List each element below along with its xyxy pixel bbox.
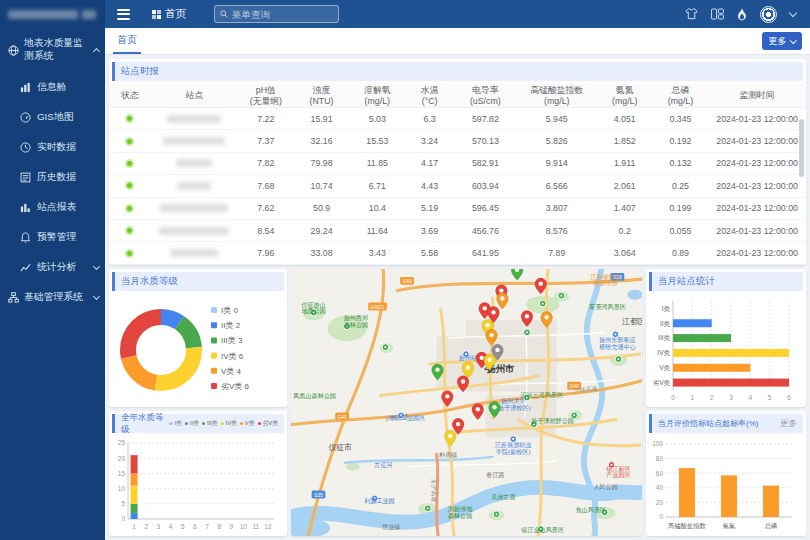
table-scrollbar[interactable]	[799, 119, 804, 177]
table-row[interactable]: 7.6810.746.714.43603.946.5662.0610.25202…	[109, 175, 806, 197]
map-poi-label: 焦山风景区	[576, 506, 606, 514]
svg-text:5: 5	[121, 500, 125, 507]
table-row[interactable]: 8.5429.2411.643.69456.768.5760.20.055202…	[109, 220, 806, 242]
vbar-总磷[interactable]	[763, 486, 779, 517]
stacked-bar-chart[interactable]: 0510152025123456789101112	[109, 436, 279, 532]
section-title-text: 站点时报	[121, 65, 159, 78]
sidebar-item-4[interactable]: 历史数据	[0, 162, 105, 192]
sidebar-item-3[interactable]: 实时数据	[0, 132, 105, 162]
section-title-text: 当月水质等级	[121, 275, 178, 288]
map-poi-label: 扬州西郊森林公园	[344, 314, 368, 328]
legend-dot	[202, 422, 206, 426]
legend-label[interactable]: II类 2	[221, 321, 241, 330]
vbar-chart[interactable]: 020406080100高锰酸盐指数氨氮总磷	[646, 436, 798, 532]
table-cell: 0.345	[653, 114, 709, 124]
sidebar-item-1[interactable]: 信息舱	[0, 72, 105, 102]
map-poi-label: 仪征捺山地质公园	[301, 301, 325, 315]
svg-text:IV类: IV类	[657, 349, 670, 356]
table-cell: 15.91	[294, 114, 350, 124]
map-poi-label: 古运河	[374, 461, 392, 469]
stacked-segment-V类[interactable]	[131, 473, 138, 485]
svg-text:10: 10	[118, 485, 126, 492]
legend-swatch[interactable]	[211, 337, 217, 343]
flame-icon[interactable]	[737, 8, 747, 21]
legend-label[interactable]: 劣V类 6	[221, 382, 250, 391]
sidebar-section-water[interactable]: 地表水质量监测系统	[0, 28, 105, 72]
table-row[interactable]: 7.3732.1615.533.24570.135.8261.8520.1922…	[109, 130, 806, 152]
legend-label[interactable]: I类 0	[221, 306, 238, 315]
svg-text:20: 20	[118, 455, 126, 462]
user-menu-chevron-icon[interactable]	[789, 8, 797, 16]
stacked-segment-IV类[interactable]	[131, 486, 138, 504]
legend-swatch[interactable]	[211, 368, 217, 374]
hbar-III类[interactable]	[673, 334, 731, 342]
table-cell: 2024-01-23 12:00:00	[708, 248, 806, 258]
column-name: 溶解氧	[349, 85, 405, 95]
map-poi-label: 扬州站	[459, 354, 477, 362]
station-name-cell	[151, 159, 238, 167]
table-row[interactable]: 7.9633.083.435.58641.957.893.0640.892024…	[109, 242, 806, 264]
vbar-氨氮[interactable]	[721, 475, 737, 517]
hbar-IV类[interactable]	[673, 349, 789, 357]
legend-label[interactable]: IV类 6	[221, 352, 244, 361]
stacked-segment-II类[interactable]	[131, 513, 138, 519]
menu-search[interactable]	[214, 5, 339, 23]
section-title-monthly-grade: 当月水质等级	[112, 272, 284, 291]
station-map[interactable]: G40G40G4011S49S35S28沪陕高速京沪高速沪陕高速扬州西郊森林公园…	[291, 269, 642, 536]
sidebar-item-6[interactable]: 预警管理	[0, 222, 105, 252]
table-cell: 8.576	[517, 226, 597, 236]
hbar-II类[interactable]	[673, 319, 712, 327]
table-cell: 1.911	[597, 158, 653, 168]
section-title-annual-grade: 全年水质等级 I类II类III类IV类V类劣V类	[112, 414, 284, 433]
map-poi-label: 茱萸湾风景区	[589, 303, 626, 311]
monthly-grade-donut-card: 当月水质等级 I类 0II类 2III类 3IV类 6V类 4劣V类 6	[109, 269, 287, 407]
status-online-dot	[125, 249, 134, 258]
donut-chart[interactable]: I类 0II类 2III类 3IV类 6V类 4劣V类 6	[109, 294, 279, 404]
legend-item[interactable]: 劣V类	[258, 419, 278, 428]
hbar-chart[interactable]: 0123456I类II类III类IV类V类劣V类	[646, 294, 798, 404]
vbar-高锰酸盐指数[interactable]	[679, 468, 695, 517]
legend-swatch[interactable]	[211, 383, 217, 389]
legend-item[interactable]: II类	[185, 419, 199, 428]
legend-label[interactable]: III类 3	[221, 336, 243, 345]
table-row[interactable]: 7.2215.915.036.3597.825.9454.0510.345202…	[109, 108, 806, 130]
hbar-劣V类[interactable]	[673, 379, 789, 387]
more-button[interactable]: 更多	[762, 32, 803, 50]
legend-item[interactable]: IV类	[221, 419, 237, 428]
legend-swatch[interactable]	[211, 353, 217, 359]
road-label: 京沪高速	[430, 478, 438, 503]
search-input[interactable]	[232, 9, 333, 20]
legend-swatch[interactable]	[211, 307, 217, 313]
hbar-V类[interactable]	[673, 364, 750, 372]
user-avatar[interactable]	[760, 6, 777, 23]
status-cell	[109, 181, 151, 190]
sidebar-item-2[interactable]: GIS地图	[0, 102, 105, 132]
section-title-text: 当月评价指标站点超标率(%)	[658, 418, 758, 429]
breadcrumb[interactable]: 首页	[152, 7, 186, 21]
sidebar-section-base[interactable]: 基础管理系统	[0, 282, 105, 313]
table-row[interactable]: 7.8279.9811.854.17582.919.9141.9110.1322…	[109, 153, 806, 175]
legend-item[interactable]: I类	[169, 419, 181, 428]
svg-text:5: 5	[768, 394, 772, 401]
column-name: 电导率	[454, 85, 517, 95]
sidebar-toggle-icon[interactable]	[117, 9, 130, 20]
legend-swatch[interactable]	[211, 322, 217, 328]
table-row[interactable]: 7.6250.910.45.19596.453.8071.4070.199202…	[109, 198, 806, 220]
tab-home[interactable]: 首页	[113, 28, 141, 54]
stacked-segment-III类[interactable]	[131, 504, 138, 513]
column-unit: (NTU)	[294, 96, 350, 106]
legend-item[interactable]: III类	[202, 419, 218, 428]
stacked-segment-劣V类[interactable]	[131, 455, 138, 473]
breadcrumb-home[interactable]: 首页	[165, 7, 186, 21]
theme-skin-icon[interactable]	[685, 8, 698, 20]
map-poi-label: 运河三湾风景区	[520, 391, 563, 399]
section-title-station-report: 站点时报	[112, 62, 803, 81]
layout-panels-icon[interactable]	[711, 8, 724, 20]
more-link[interactable]: 更多	[780, 418, 797, 430]
sidebar-item-7[interactable]: 统计分析	[0, 252, 105, 282]
table-cell: 33.08	[294, 248, 350, 258]
legend-label[interactable]: V类 4	[221, 367, 242, 376]
sidebar-item-5[interactable]: 站点报表	[0, 192, 105, 222]
legend-item[interactable]: V类	[240, 419, 255, 428]
table-cell: 5.03	[349, 114, 405, 124]
